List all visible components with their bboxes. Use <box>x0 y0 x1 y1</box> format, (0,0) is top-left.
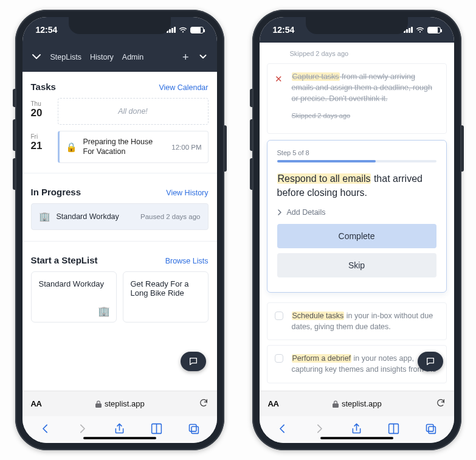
skip-button[interactable]: Skip <box>277 253 436 277</box>
day-row-fri: Fri 21 🔒 Preparing the House For Vacatio… <box>22 131 217 169</box>
chevron-right-icon <box>277 209 282 215</box>
dom-label: 21 <box>31 140 52 152</box>
active-step-card: Step 5 of 8 Respond to all emails that a… <box>267 140 447 293</box>
in-progress-card[interactable]: 🏢 Standard Workday Paused 2 days ago <box>31 203 209 230</box>
back-button[interactable] <box>276 422 289 437</box>
url-field[interactable]: steplist.app <box>47 399 192 408</box>
browser-address-bar: AA steplist.app <box>22 391 217 416</box>
notch <box>306 17 408 34</box>
home-indicator <box>320 437 393 439</box>
chat-fab[interactable] <box>418 352 443 371</box>
step-highlight: Schedule tasks <box>292 312 345 320</box>
lock-icon <box>95 400 102 408</box>
empty-day-card: All done! <box>58 98 209 125</box>
url-field[interactable]: steplist.app <box>285 399 429 408</box>
dom-label: 20 <box>31 107 52 119</box>
task-emoji-icon: 🔒 <box>66 142 77 153</box>
tabs-button[interactable] <box>424 422 437 437</box>
share-button[interactable] <box>113 422 126 437</box>
skipped-label: Skipped 2 days ago <box>292 109 439 127</box>
task-title: Preparing the House For Vacation <box>83 138 166 156</box>
chat-fab[interactable] <box>181 352 206 371</box>
forward-button[interactable] <box>313 422 326 437</box>
nav-history[interactable]: History <box>90 53 114 61</box>
wifi-icon <box>179 27 187 33</box>
skipped-step-card: ✕ Capture tasks from all newly arriving … <box>267 63 447 134</box>
reader-aa-button[interactable]: AA <box>31 399 42 408</box>
tasks-heading: Tasks <box>31 82 56 92</box>
reload-button[interactable] <box>436 398 446 409</box>
step-counter: Step 5 of 8 <box>277 149 436 156</box>
task-time: 12:00 PM <box>171 144 201 151</box>
add-details-toggle[interactable]: Add Details <box>277 208 436 217</box>
home-indicator <box>83 437 156 439</box>
share-button[interactable] <box>350 422 363 437</box>
app-navbar: StepLists History Admin + <box>22 43 217 72</box>
clock: 12:54 <box>36 25 58 35</box>
nav-add-button[interactable]: + <box>182 51 189 64</box>
step-text: Respond to all emails that arrived befor… <box>277 172 436 200</box>
svg-rect-3 <box>429 427 435 433</box>
nav-admin[interactable]: Admin <box>122 53 143 61</box>
browse-lists-link[interactable]: Browse Lists <box>165 257 209 265</box>
start-heading: Start a StepList <box>31 255 98 265</box>
back-button[interactable] <box>39 422 52 437</box>
day-row-thu: Thu 20 All done! <box>22 98 217 131</box>
phone-right: 12:54 Skipped 2 days ago ✕ Capture tasks… <box>252 10 461 450</box>
checkbox-icon[interactable] <box>275 354 283 363</box>
view-history-link[interactable]: View History <box>166 189 208 197</box>
app-logo-icon[interactable] <box>31 51 42 64</box>
progress-emoji-icon: 🏢 <box>39 211 50 222</box>
notch <box>69 17 171 34</box>
step-highlight: Perform a debrief <box>292 354 352 363</box>
checkbox-icon[interactable] <box>275 312 283 320</box>
progress-title: Standard Workday <box>57 212 135 221</box>
browser-address-bar: AA steplist.app <box>260 391 454 416</box>
start-tile[interactable]: Standard Workday 🏢 <box>31 271 117 322</box>
forward-button[interactable] <box>76 422 89 437</box>
battery-icon <box>190 27 204 33</box>
tile-emoji-icon: 🏢 <box>98 305 110 317</box>
skipped-x-icon: ✕ <box>275 72 283 86</box>
dow-label: Fri <box>31 133 52 140</box>
upcoming-step-card[interactable]: Schedule tasks in your in-box without du… <box>267 302 447 340</box>
nav-steplists[interactable]: StepLists <box>50 53 81 61</box>
battery-icon <box>427 27 441 33</box>
tile-title: Standard Workday <box>39 279 104 288</box>
nav-menu-chevron-icon[interactable] <box>198 51 209 64</box>
tabs-button[interactable] <box>187 422 200 437</box>
svg-rect-0 <box>189 424 196 431</box>
step-highlight: Capture tasks <box>292 72 340 81</box>
tile-title: Get Ready For a Long Bike Ride <box>131 279 189 298</box>
view-calendar-link[interactable]: View Calendar <box>159 83 208 92</box>
start-tile[interactable]: Get Ready For a Long Bike Ride <box>123 271 209 322</box>
progress-meta: Paused 2 days ago <box>140 213 200 220</box>
skipped-label: Skipped 2 days ago <box>267 47 447 63</box>
step-highlight: Respond to all emails <box>277 173 371 184</box>
svg-rect-2 <box>426 424 433 431</box>
lock-icon <box>333 400 339 408</box>
dow-label: Thu <box>31 100 52 107</box>
bookmarks-button[interactable] <box>150 422 163 437</box>
phone-left: 12:54 StepLists History Admin + <box>15 10 224 450</box>
bookmarks-button[interactable] <box>387 422 400 437</box>
complete-button[interactable]: Complete <box>277 224 436 248</box>
clock: 12:54 <box>273 25 295 35</box>
reload-button[interactable] <box>199 398 209 409</box>
wifi-icon <box>416 27 424 33</box>
task-card[interactable]: 🔒 Preparing the House For Vacation 12:00… <box>58 131 209 163</box>
reader-aa-button[interactable]: AA <box>268 399 279 408</box>
svg-rect-1 <box>191 427 198 433</box>
in-progress-heading: In Progress <box>31 187 81 197</box>
step-progress-bar <box>277 160 436 162</box>
